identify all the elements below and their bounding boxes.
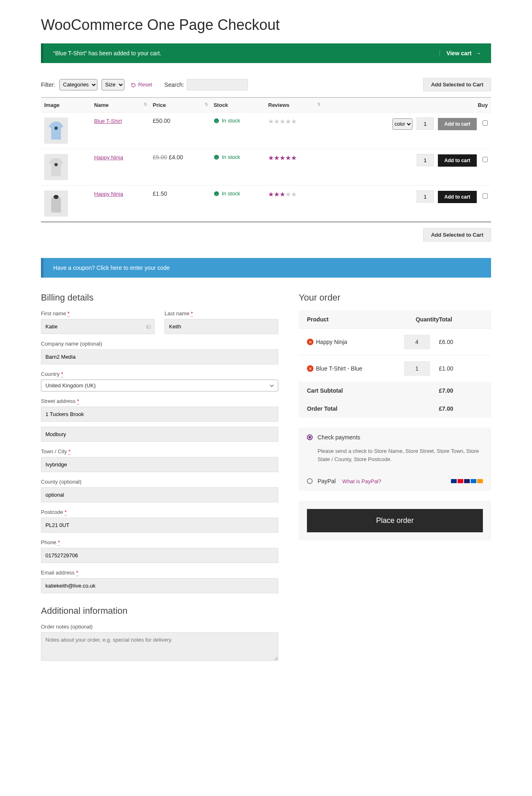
coupon-notice: Have a coupon? Click here to enter your …	[41, 258, 491, 278]
coupon-link[interactable]: Click here to enter your code	[97, 265, 170, 271]
page-title: WooCommerce One Page Checkout	[41, 16, 491, 34]
add-to-cart-button[interactable]: Add to cart	[438, 118, 477, 130]
order-item: ✕Happy Ninja 4 £6.00	[299, 328, 491, 355]
reset-link[interactable]: Reset	[131, 81, 152, 88]
add-to-cart-button[interactable]: Add to cart	[438, 154, 477, 167]
additional-heading: Additional information	[41, 606, 278, 616]
svg-point-4	[54, 163, 58, 166]
product-name-link[interactable]: Happy Ninja	[94, 154, 123, 161]
col-product: Product	[307, 316, 395, 323]
subtotal-value: £7.00	[439, 387, 483, 394]
smile-icon	[214, 191, 219, 197]
street1-field[interactable]	[41, 407, 278, 422]
postcode-field[interactable]	[41, 518, 278, 533]
stock-label: In stock	[214, 190, 261, 197]
success-notice: “Blue T-Shirt” has been added to your ca…	[41, 43, 491, 63]
view-cart-link[interactable]: View cart →	[440, 50, 481, 57]
phone-label: Phone *	[41, 539, 278, 545]
qty-input[interactable]	[417, 118, 434, 130]
arrow-right-icon: →	[476, 50, 481, 57]
svg-point-6	[216, 156, 216, 157]
variant-select[interactable]: color	[392, 118, 413, 130]
svg-point-0	[54, 127, 58, 130]
last-name-field[interactable]	[165, 319, 278, 334]
product-thumb[interactable]	[44, 154, 68, 180]
filter-label: Filter:	[41, 81, 55, 88]
filter-bar: Filter: Categories Size Reset Search: Ad…	[41, 78, 491, 91]
order-item-name: Happy Ninja	[316, 339, 347, 345]
order-item: ✕Blue T-Shirt - Blue 1 £1.00	[299, 355, 491, 382]
country-label: Country *	[41, 371, 278, 377]
product-thumb[interactable]	[44, 190, 68, 217]
stock-label: In stock	[214, 118, 261, 124]
order-heading: Your order	[299, 292, 491, 303]
subtotal-label: Cart Subtotal	[307, 387, 395, 394]
sort-icon: ⇅	[205, 102, 208, 106]
phone-field[interactable]	[41, 548, 278, 563]
svg-point-8	[54, 195, 59, 199]
categories-select[interactable]: Categories	[59, 79, 97, 90]
product-price: £50.00	[149, 113, 210, 149]
add-to-cart-button[interactable]: Add to cart	[438, 191, 477, 203]
notice-text: “Blue T-Shirt” has been added to your ca…	[53, 50, 161, 57]
street-label: Street address *	[41, 398, 278, 404]
payment-check[interactable]: Check payments	[299, 427, 491, 447]
notes-field[interactable]	[41, 632, 278, 661]
paypal-what-link[interactable]: What is PayPal?	[342, 478, 381, 484]
country-select[interactable]: United Kingdom (UK)	[41, 380, 278, 391]
company-field[interactable]	[41, 349, 278, 364]
svg-point-3	[217, 120, 217, 120]
select-checkbox[interactable]	[482, 120, 488, 126]
order-item-qty[interactable]: 1	[404, 361, 430, 376]
product-price: £5.00£4.00	[149, 149, 210, 185]
svg-rect-12	[147, 325, 151, 328]
size-select[interactable]: Size	[101, 79, 124, 90]
total-value: £7.00	[439, 405, 483, 412]
place-order-button[interactable]: Place order	[307, 509, 483, 532]
remove-item-button[interactable]: ✕	[307, 365, 313, 372]
town-field[interactable]	[41, 457, 278, 472]
order-summary: Product Quantity Total ✕Happy Ninja 4 £6…	[299, 310, 491, 418]
col-reviews[interactable]: Reviews⇅	[265, 97, 323, 113]
col-price[interactable]: Price⇅	[149, 97, 210, 113]
product-name-link[interactable]: Blue T-Shirt	[94, 118, 122, 124]
col-name[interactable]: Name⇅	[91, 97, 149, 113]
payment-paypal[interactable]: PayPal What is PayPal?	[299, 471, 491, 491]
company-label: Company name (optional)	[41, 341, 278, 347]
add-selected-button[interactable]: Add Selected to Cart	[423, 78, 491, 91]
col-stock: Stock	[210, 97, 265, 113]
add-selected-button-bottom[interactable]: Add Selected to Cart	[423, 228, 491, 242]
product-row: Blue T-Shirt £50.00 In stock ★★★★★ color…	[41, 113, 491, 149]
col-image: Image	[41, 97, 91, 113]
email-label: Email address *	[41, 570, 278, 576]
payment-check-desc: Please send a check to Store Name, Store…	[299, 447, 491, 471]
first-name-field[interactable]	[41, 319, 155, 334]
svg-point-11	[217, 193, 217, 193]
rating-stars: ★★★★★	[268, 190, 320, 198]
search-input[interactable]	[187, 79, 248, 90]
street2-field[interactable]	[41, 427, 278, 442]
qty-input[interactable]	[417, 190, 434, 203]
total-label: Order Total	[307, 405, 395, 412]
select-checkbox[interactable]	[482, 157, 488, 162]
smile-icon	[214, 118, 219, 124]
sort-icon: ⇅	[144, 102, 147, 106]
contact-icon	[146, 324, 151, 330]
rating-stars: ★★★★★	[268, 118, 320, 125]
col-total: Total	[439, 316, 483, 323]
order-item-total: £6.00	[439, 339, 483, 345]
remove-item-button[interactable]: ✕	[307, 339, 313, 345]
order-item-qty[interactable]: 4	[404, 335, 430, 349]
billing-heading: Billing details	[41, 292, 278, 303]
col-buy: Buy	[323, 97, 491, 113]
product-thumb[interactable]	[44, 118, 68, 144]
product-name-link[interactable]: Happy Ninja	[94, 191, 123, 197]
qty-input[interactable]	[417, 154, 434, 166]
product-row: Happy Ninja £5.00£4.00 In stock ★★★★★ Ad…	[41, 149, 491, 185]
rating-stars: ★★★★★	[268, 154, 320, 162]
smile-icon	[214, 154, 219, 160]
email-field[interactable]	[41, 578, 278, 593]
stock-label: In stock	[214, 154, 261, 160]
select-checkbox[interactable]	[482, 193, 488, 199]
county-field[interactable]	[41, 487, 278, 502]
